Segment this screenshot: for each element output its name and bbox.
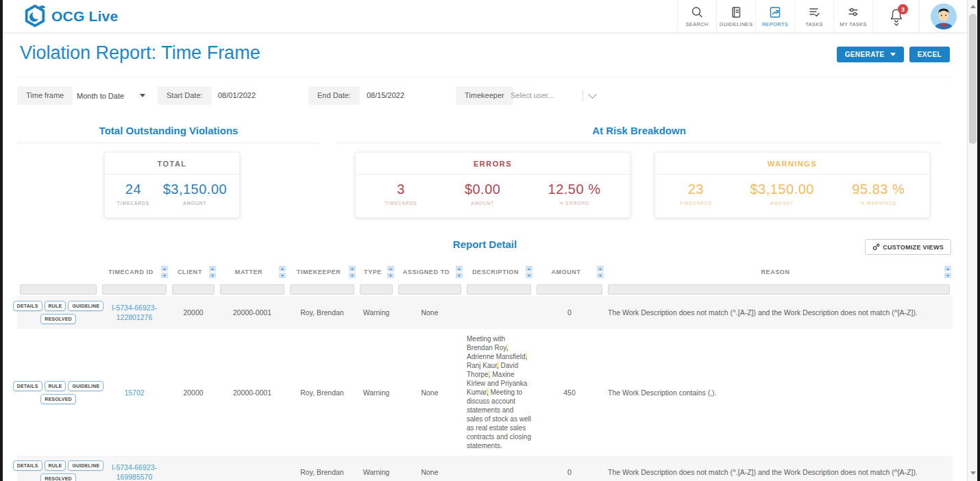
generate-button[interactable]: GENERATE bbox=[837, 47, 904, 62]
guideline-button[interactable]: GUIDELINE bbox=[68, 460, 103, 471]
nav-item-label: GUIDELINES bbox=[720, 21, 752, 27]
sort-control[interactable] bbox=[161, 266, 168, 278]
warnings-timecards-label: TIMECARDS bbox=[680, 201, 712, 206]
table-row: DETAILS RULE GUIDELINE RESOLVED I-5734-6… bbox=[17, 456, 953, 481]
description-cell bbox=[464, 307, 534, 318]
sort-asc-icon[interactable] bbox=[597, 266, 604, 271]
sort-desc-icon[interactable] bbox=[279, 273, 286, 278]
start-date-label: Start Date: bbox=[158, 86, 212, 105]
rule-button[interactable]: RULE bbox=[45, 460, 66, 471]
brand-logo[interactable]: OCG Live bbox=[23, 3, 118, 29]
scrollbar-thumb[interactable] bbox=[969, 14, 977, 144]
client-cell: 20000 bbox=[169, 384, 217, 402]
timekeeper-dropdown-button[interactable] bbox=[589, 86, 603, 105]
sort-control[interactable] bbox=[349, 266, 356, 278]
sort-control[interactable] bbox=[209, 266, 216, 278]
warnings-percent-value: 95.83 % bbox=[852, 182, 905, 197]
timecard-id-link[interactable]: 15702 bbox=[99, 384, 169, 402]
description-cell: Meeting with Brendan Roy, Adrienne Mansf… bbox=[464, 329, 534, 456]
sort-asc-icon[interactable] bbox=[161, 266, 168, 271]
sort-desc-icon[interactable] bbox=[161, 273, 168, 278]
customize-gears-icon bbox=[872, 243, 880, 251]
sort-control[interactable] bbox=[597, 266, 604, 278]
amount-cell: 450 bbox=[534, 384, 605, 402]
timekeeper-cell: Roy, Brendan bbox=[287, 384, 357, 402]
sort-asc-icon[interactable] bbox=[944, 266, 951, 271]
sort-asc-icon[interactable] bbox=[279, 266, 286, 271]
resolved-button[interactable]: RESOLVED bbox=[40, 394, 76, 404]
sort-desc-icon[interactable] bbox=[387, 273, 394, 278]
filter-matter-input[interactable] bbox=[220, 284, 284, 295]
nav-item-guidelines[interactable]: GUIDELINES bbox=[716, 0, 755, 32]
end-date-value[interactable]: 08/15/2022 bbox=[367, 86, 404, 105]
sort-asc-icon[interactable] bbox=[526, 266, 532, 271]
user-menu[interactable] bbox=[919, 0, 967, 32]
filter-actions-input[interactable] bbox=[20, 284, 97, 295]
start-date-value[interactable]: 08/01/2022 bbox=[218, 86, 256, 105]
excel-button[interactable]: EXCEL bbox=[909, 47, 950, 62]
vertical-scrollbar[interactable] bbox=[967, 0, 977, 481]
time-frame-value: Month to Date bbox=[77, 92, 124, 100]
excel-button-label: EXCEL bbox=[918, 51, 942, 58]
filter-description-input[interactable] bbox=[467, 284, 531, 295]
time-frame-select[interactable]: Month to Date bbox=[77, 86, 145, 105]
description-cell bbox=[464, 467, 534, 478]
resolved-button[interactable]: RESOLVED bbox=[40, 473, 76, 481]
nav-item-label: TASKS bbox=[805, 21, 823, 27]
top-nav: OCG Live SEARCH GUIDELINES bbox=[3, 0, 967, 34]
search-icon bbox=[690, 5, 704, 19]
guideline-button[interactable]: GUIDELINE bbox=[68, 301, 103, 311]
customize-views-button[interactable]: CUSTOMIZE VIEWS bbox=[865, 239, 951, 255]
nav-item-tasks[interactable]: TASKS bbox=[794, 0, 833, 32]
filter-assigned-to-input[interactable] bbox=[398, 284, 461, 295]
sort-asc-icon[interactable] bbox=[387, 266, 394, 271]
filter-amount-input[interactable] bbox=[537, 284, 602, 295]
sort-desc-icon[interactable] bbox=[349, 273, 356, 278]
sort-control[interactable] bbox=[944, 266, 951, 278]
scroll-up-icon[interactable] bbox=[968, 1, 978, 12]
details-button[interactable]: DETAILS bbox=[13, 460, 42, 471]
filter-timecard-id-input[interactable] bbox=[102, 284, 167, 295]
sort-asc-icon[interactable] bbox=[456, 266, 463, 271]
rule-button[interactable]: RULE bbox=[45, 381, 66, 391]
rule-button[interactable]: RULE bbox=[45, 301, 66, 311]
resolved-button[interactable]: RESOLVED bbox=[40, 314, 76, 324]
sort-desc-icon[interactable] bbox=[944, 273, 951, 278]
filter-timekeeper-input[interactable] bbox=[290, 284, 354, 295]
nav-item-search[interactable]: SEARCH bbox=[677, 0, 716, 32]
sort-control[interactable] bbox=[526, 266, 532, 278]
warnings-amount-value: $3,150.00 bbox=[750, 182, 813, 197]
sort-desc-icon[interactable] bbox=[209, 273, 216, 278]
row-actions: DETAILS RULE GUIDELINE RESOLVED bbox=[17, 296, 99, 329]
sort-desc-icon[interactable] bbox=[526, 273, 532, 278]
warnings-card-title: WARNINGS bbox=[655, 153, 929, 175]
sort-asc-icon[interactable] bbox=[209, 266, 216, 271]
timecard-id-link[interactable]: I-5734-66923-169985570 bbox=[99, 458, 169, 481]
details-button[interactable]: DETAILS bbox=[13, 381, 42, 391]
sort-control[interactable] bbox=[456, 266, 463, 278]
amount-cell: 0 bbox=[534, 304, 605, 321]
nav-item-my-tasks[interactable]: MY TASKS bbox=[833, 0, 872, 32]
header-timekeeper: TIMEKEEPER bbox=[287, 263, 357, 281]
scroll-down-icon[interactable] bbox=[968, 468, 978, 478]
notifications-button[interactable]: 3 bbox=[872, 0, 919, 32]
sort-desc-icon[interactable] bbox=[456, 273, 463, 278]
nav-item-reports[interactable]: REPORTS bbox=[755, 0, 794, 32]
filter-reason-input[interactable] bbox=[608, 284, 950, 295]
filter-client-input[interactable] bbox=[172, 284, 215, 295]
timekeeper-select[interactable]: Select user... bbox=[511, 86, 554, 105]
total-timecards-value: 24 bbox=[117, 182, 149, 197]
sort-control[interactable] bbox=[279, 266, 286, 278]
sort-asc-icon[interactable] bbox=[349, 266, 356, 271]
details-button[interactable]: DETAILS bbox=[13, 301, 42, 311]
guideline-button[interactable]: GUIDELINE bbox=[68, 381, 103, 391]
filter-type-input[interactable] bbox=[360, 284, 393, 295]
timecard-id-link[interactable]: I-5734-66923-122801276 bbox=[99, 299, 169, 326]
time-frame-label: Time frame bbox=[17, 86, 73, 105]
sort-control[interactable] bbox=[387, 266, 394, 278]
sort-desc-icon[interactable] bbox=[597, 273, 604, 278]
assigned-to-cell: None bbox=[395, 304, 464, 321]
errors-card-title: ERRORS bbox=[356, 153, 630, 175]
end-date-label: End Date: bbox=[308, 86, 360, 105]
report-table: TIMECARD ID CLIENT MATTER TIMEKEEPER TYP… bbox=[17, 263, 953, 481]
